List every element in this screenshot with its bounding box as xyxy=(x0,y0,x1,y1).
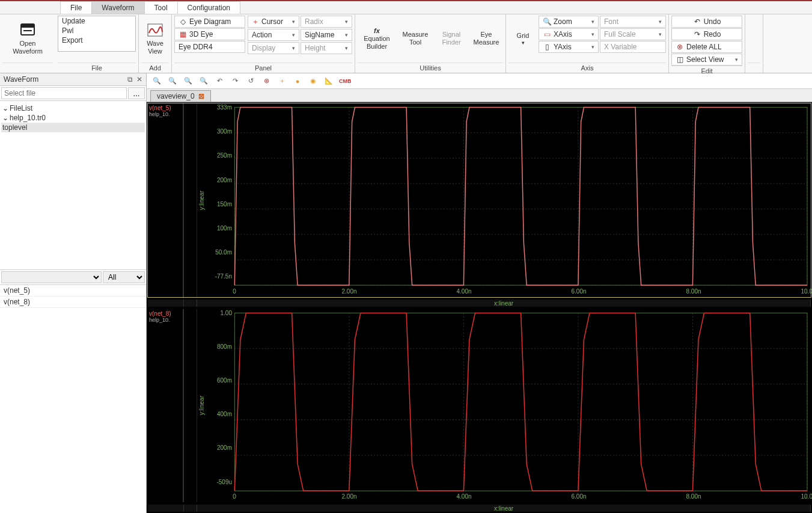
tab-waveform[interactable]: Waveform xyxy=(91,1,144,14)
height-dropdown[interactable]: Height▾ xyxy=(301,42,352,54)
signal-filter-select[interactable] xyxy=(1,271,102,283)
zoom-x-icon[interactable]: 🔍 xyxy=(183,76,194,87)
full-scale-dropdown[interactable]: Full Scale▾ xyxy=(600,28,666,40)
wave-toolbar: 🔍 🔍 🔍 🔍 ↶ ↷ ↺ ⊗ ＋ ● ◉ 📐 CMB xyxy=(147,73,812,89)
zoom-out-icon[interactable]: 🔍 xyxy=(151,76,162,87)
grid-dropdown[interactable]: Grid▾ xyxy=(508,16,537,61)
plot-canvas-1[interactable]: -509u200m400m600m800m1.00 02.00n4.00n6.0… xyxy=(206,309,811,503)
xaxis-icon: ▭ xyxy=(543,30,551,38)
cursor-dropdown[interactable]: ＋Cursor▾ xyxy=(248,16,299,28)
browse-file-button[interactable]: ... xyxy=(128,87,145,99)
signal-list[interactable]: v(net_5) v(net_8) xyxy=(0,285,146,513)
open-waveform-button[interactable]: Open Waveform xyxy=(2,16,53,61)
panel-close-icon[interactable]: ✕ xyxy=(136,75,142,84)
select-file-input[interactable] xyxy=(1,87,127,99)
wave-area: 🔍 🔍 🔍 🔍 ↶ ↷ ↺ ⊗ ＋ ● ◉ 📐 CMB vaveview_0 ⊠ xyxy=(147,73,812,513)
plot-signal-label: v(net_5) help_10. xyxy=(148,103,184,297)
measure-tool-button[interactable]: Measure Tool xyxy=(397,16,433,61)
action-dropdown[interactable]: Action▾ xyxy=(248,29,299,41)
plot-1[interactable]: v(net_8) help_10. y:linear -509u200m400m… xyxy=(148,309,811,503)
tab-tool[interactable]: Tool xyxy=(144,1,178,14)
plot-0[interactable]: v(net_5) help_10. y:linear -77.5n50.0m10… xyxy=(148,103,811,297)
wave-view-button[interactable]: Wave View xyxy=(141,16,169,61)
equation-builder-button[interactable]: fx Equation Builder xyxy=(358,16,396,61)
wave-icon xyxy=(145,22,165,38)
zoom-icon: 🔍 xyxy=(543,17,551,26)
signal-finder-button[interactable]: Signal Finder xyxy=(435,16,468,61)
svg-rect-31 xyxy=(234,313,807,491)
redo-icon: ↷ xyxy=(693,30,701,38)
file-section-caption: File xyxy=(58,63,136,73)
delete-icon[interactable]: ⊗ xyxy=(261,76,272,87)
xaxis-dropdown[interactable]: ▭XAxis▾ xyxy=(539,28,599,40)
app-window: File Waveform Tool Configuration Open Wa… xyxy=(0,0,812,513)
plot-signal-label: v(net_8) help_10. xyxy=(148,309,184,503)
file-tree[interactable]: ⌄FileList ⌄help_10.tr0 toplevel xyxy=(0,101,146,269)
fx-icon: fx xyxy=(374,27,380,35)
file-pwl[interactable]: Pwl xyxy=(58,26,135,35)
signame-dropdown[interactable]: SigName▾ xyxy=(301,29,352,41)
panel-title: WaveForm xyxy=(4,75,38,84)
panel-section-caption: Panel xyxy=(174,63,352,73)
reset-zoom-icon[interactable]: ↺ xyxy=(245,76,256,87)
undo-zoom-icon[interactable]: ↶ xyxy=(214,76,225,87)
add-section-caption: Add xyxy=(141,63,169,73)
eye-measure-button[interactable]: Eye Measure xyxy=(469,16,503,61)
3d-eye-button[interactable]: ▦3D Eye xyxy=(174,28,245,40)
main-body: WaveForm ⧉ ✕ ... ⌄FileList ⌄help_10.tr0 … xyxy=(0,73,812,513)
zoom-dropdown[interactable]: 🔍Zoom▾ xyxy=(539,16,599,28)
zoom-y-icon[interactable]: 🔍 xyxy=(198,76,209,87)
cursor-add-icon[interactable]: ＋ xyxy=(276,76,287,87)
ribbon: Open Waveform Update Pwl Export File xyxy=(0,14,812,73)
tab-file[interactable]: File xyxy=(60,1,92,14)
plot-canvas-0[interactable]: -77.5n50.0m100m150m200m250m300m333m 02.0… xyxy=(206,103,811,297)
delete-icon: ⊗ xyxy=(676,43,684,51)
redo-button[interactable]: ↷Redo xyxy=(671,28,742,40)
tree-leaf-toplevel[interactable]: toplevel xyxy=(1,123,145,132)
undo-icon: ↶ xyxy=(693,17,701,26)
zoom-in-icon[interactable]: 🔍 xyxy=(167,76,178,87)
ruler-icon[interactable]: 📐 xyxy=(323,76,334,87)
signal-item[interactable]: v(net_8) xyxy=(0,296,146,308)
select-view-dropdown[interactable]: ◫Select View▾ xyxy=(671,54,742,66)
tab-configuration[interactable]: Configuration xyxy=(177,1,240,14)
close-icon[interactable]: ⊠ xyxy=(198,92,204,100)
utilities-section-caption: Utilities xyxy=(358,63,503,73)
signal-item[interactable]: v(net_5) xyxy=(0,285,146,296)
waveform-panel: WaveForm ⧉ ✕ ... ⌄FileList ⌄help_10.tr0 … xyxy=(0,73,147,513)
cmb-button[interactable]: CMB xyxy=(339,76,352,87)
delete-all-button[interactable]: ⊗Delete ALL xyxy=(671,41,742,53)
select-view-icon: ◫ xyxy=(676,55,684,64)
axis-section-caption: Axis xyxy=(508,63,666,73)
main-tabs: File Waveform Tool Configuration xyxy=(0,1,812,14)
marker-a-icon[interactable]: ● xyxy=(292,76,303,87)
tree-root[interactable]: ⌄FileList xyxy=(1,103,145,113)
font-dropdown[interactable]: Font▾ xyxy=(600,16,666,28)
yaxis-icon: ▯ xyxy=(543,43,551,51)
tree-file[interactable]: ⌄help_10.tr0 xyxy=(1,113,145,123)
signal-type-select[interactable]: All xyxy=(103,271,145,283)
yaxis-dropdown[interactable]: ▯YAxis▾ xyxy=(539,41,599,53)
file-export[interactable]: Export xyxy=(58,35,135,45)
svg-rect-18 xyxy=(234,107,807,285)
svg-rect-1 xyxy=(21,24,34,28)
display-dropdown[interactable]: Display▾ xyxy=(248,42,299,54)
svg-rect-2 xyxy=(23,30,32,31)
x-variable-button[interactable]: X Variable xyxy=(600,41,666,53)
file-action-list[interactable]: Update Pwl Export xyxy=(58,16,136,52)
undo-button[interactable]: ↶Undo xyxy=(671,16,742,28)
wave-tab[interactable]: vaveview_0 ⊠ xyxy=(150,90,211,102)
eye-ddr4-button[interactable]: Eye DDR4 xyxy=(174,41,245,53)
radix-dropdown[interactable]: Radix▾ xyxy=(301,16,352,28)
3d-eye-icon: ▦ xyxy=(179,30,187,38)
panel-pin-icon[interactable]: ⧉ xyxy=(127,75,133,84)
marker-b-icon[interactable]: ◉ xyxy=(308,76,319,87)
file-icon xyxy=(17,22,38,38)
redo-zoom-icon[interactable]: ↷ xyxy=(230,76,240,87)
eye-diagram-button[interactable]: ◇Eye Diagram xyxy=(174,16,245,28)
eye-diagram-icon: ◇ xyxy=(179,17,187,26)
plots-container: v(net_5) help_10. y:linear -77.5n50.0m10… xyxy=(147,102,812,513)
file-update[interactable]: Update xyxy=(58,16,135,26)
